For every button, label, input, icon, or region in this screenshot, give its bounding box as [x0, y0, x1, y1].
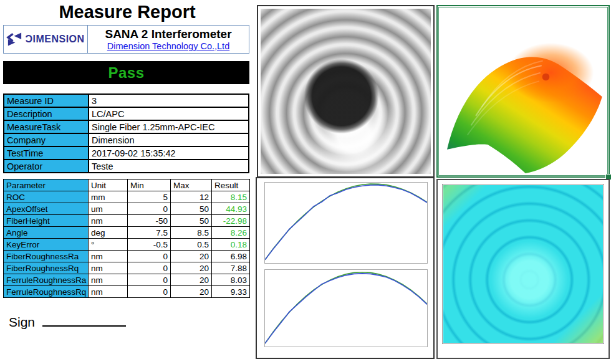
info-row: DescriptionLC/APC: [4, 107, 249, 120]
profile-chart-x: [264, 182, 428, 264]
param-result-cell: 7.88: [212, 262, 250, 274]
info-label-cell: Description: [4, 107, 89, 120]
param-name-cell: FerruleRoughnessRq: [4, 286, 89, 298]
param-min-cell: 7.5: [128, 227, 171, 239]
param-name-cell: KeyError: [4, 239, 89, 251]
param-max-cell: 20: [171, 286, 212, 298]
param-row: Angledeg7.58.58.26: [4, 227, 250, 239]
surface-3d-image: [440, 8, 607, 175]
param-header-cell: Parameter: [4, 180, 89, 191]
info-value-cell: LC/APC: [89, 107, 249, 120]
param-row: ApexOffsetum05044.93: [4, 203, 250, 215]
profile-series-measured: [265, 185, 427, 260]
info-label-cell: Company: [4, 133, 89, 146]
param-min-cell: 5: [128, 191, 171, 203]
param-row: KeyError°-0.50.50.18: [4, 239, 250, 251]
param-min-cell: 0: [128, 274, 171, 286]
info-value-cell: Teste: [89, 160, 249, 173]
surface-3d-panel[interactable]: [436, 5, 610, 178]
param-min-cell: -0.5: [128, 239, 171, 251]
param-name-cell: FiberRoughnessRa: [4, 251, 89, 262]
param-header-row: ParameterUnitMinMaxResult: [4, 180, 250, 191]
param-name-cell: Angle: [4, 227, 89, 239]
info-value-cell: 3: [89, 94, 249, 107]
parameter-result-table: ParameterUnitMinMaxResultROCmm5128.15Ape…: [3, 179, 250, 298]
param-row: FiberRoughnessRqnm0207.88: [4, 262, 250, 274]
param-max-cell: 0.5: [171, 239, 212, 251]
interferogram-image: [261, 9, 431, 174]
param-header-cell: Max: [171, 180, 212, 191]
param-min-cell: 0: [128, 286, 171, 298]
param-unit-cell: nm: [89, 262, 128, 274]
info-row: TestTime2017-09-02 15:35:42: [4, 146, 249, 160]
param-max-cell: 50: [171, 203, 212, 215]
param-row: FerruleRoughnessRqnm0209.33: [4, 286, 250, 298]
param-max-cell: 8.5: [171, 227, 212, 239]
brand-logo-text: ƆIMENSION: [25, 34, 84, 45]
profile-series-fit: [265, 272, 427, 343]
product-name: SANA 2 Interferometer: [105, 27, 231, 41]
param-result-cell: 8.15: [212, 191, 250, 203]
param-unit-cell: deg: [89, 227, 128, 239]
param-unit-cell: nm: [89, 286, 128, 298]
company-link[interactable]: Dimension Technology Co.,Ltd: [107, 41, 229, 52]
info-label-cell: TestTime: [4, 146, 89, 160]
param-result-cell: 8.03: [212, 274, 250, 286]
brand-logo: ƆIMENSION: [4, 26, 88, 53]
param-unit-cell: nm: [89, 215, 128, 227]
param-name-cell: ROC: [4, 191, 89, 203]
param-name-cell: ApexOffset: [4, 203, 89, 215]
param-name-cell: FiberRoughnessRq: [4, 262, 89, 274]
param-max-cell: 50: [171, 215, 212, 227]
param-result-cell: 6.98: [212, 251, 250, 262]
report-header-box: ƆIMENSION SANA 2 Interferometer Dimensio…: [3, 25, 249, 54]
param-unit-cell: nm: [89, 274, 128, 286]
param-row: FiberRoughnessRanm0206.98: [4, 251, 250, 262]
param-result-cell: 44.93: [212, 203, 250, 215]
param-unit-cell: um: [89, 203, 128, 215]
measure-info-table: Measure ID3DescriptionLC/APCMeasureTaskS…: [3, 93, 249, 173]
param-header-cell: Min: [128, 180, 171, 191]
param-name-cell: FerruleRoughnessRa: [4, 274, 89, 286]
param-max-cell: 20: [171, 262, 212, 274]
info-label-cell: Operator: [4, 160, 89, 173]
param-row: ROCmm5128.15: [4, 191, 250, 203]
param-result-cell: 9.33: [212, 286, 250, 298]
param-unit-cell: °: [89, 239, 128, 251]
param-min-cell: 0: [128, 251, 171, 262]
param-min-cell: -50: [128, 215, 171, 227]
dimension-pinwheel-icon: [6, 32, 23, 47]
param-row: FiberHeightnm-5050-22.98: [4, 215, 250, 227]
param-min-cell: 0: [128, 262, 171, 274]
param-unit-cell: nm: [89, 251, 128, 262]
param-min-cell: 0: [128, 203, 171, 215]
info-value-cell: Dimension: [89, 133, 249, 146]
signature-line: [42, 313, 126, 327]
param-result-cell: -22.98: [212, 215, 250, 227]
info-label-cell: Measure ID: [4, 94, 89, 107]
profile-chart-y: [264, 269, 428, 347]
phase-map-panel[interactable]: [436, 179, 610, 359]
param-max-cell: 20: [171, 251, 212, 262]
param-max-cell: 20: [171, 274, 212, 286]
interferogram-panel[interactable]: [257, 5, 435, 178]
info-label-cell: MeasureTask: [4, 120, 89, 133]
page-title: Measure Report: [0, 0, 254, 22]
status-bar: Pass: [3, 61, 249, 84]
param-result-cell: 8.26: [212, 227, 250, 239]
status-badge: Pass: [108, 64, 144, 82]
signature-row: Sign: [9, 313, 126, 330]
param-header-cell: Unit: [89, 180, 128, 191]
param-result-cell: 0.18: [212, 239, 250, 251]
phase-map-image: [443, 185, 603, 343]
phase-map-frame: [442, 184, 604, 344]
param-name-cell: FiberHeight: [4, 215, 89, 227]
info-row: Measure ID3: [4, 94, 249, 107]
profile-series-fit: [265, 184, 427, 260]
sign-label: Sign: [9, 315, 35, 329]
info-row: CompanyDimension: [4, 133, 249, 146]
profile-charts-panel[interactable]: [256, 177, 435, 359]
param-max-cell: 12: [171, 191, 212, 203]
info-row: OperatorTeste: [4, 160, 249, 173]
param-row: FerruleRoughnessRanm0208.03: [4, 274, 250, 286]
